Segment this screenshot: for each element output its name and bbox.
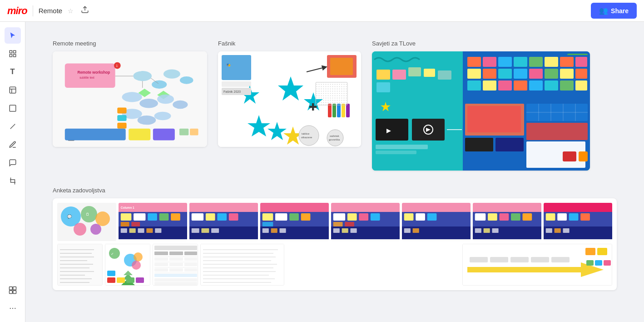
svg-rect-153	[121, 228, 127, 233]
tool-sticky[interactable]	[5, 82, 21, 98]
thumb-fasnik: 🎭	[218, 51, 361, 147]
svg-rect-148	[159, 213, 169, 221]
board-fasnik[interactable]: 🎭	[218, 51, 361, 147]
miro-logo: miro	[7, 5, 27, 17]
svg-rect-209	[511, 213, 520, 221]
svg-rect-151	[131, 222, 140, 226]
svg-rect-247	[107, 277, 115, 283]
tool-shape[interactable]	[5, 100, 21, 116]
svg-rect-254	[169, 252, 183, 255]
svg-text:Fašnik 2020: Fašnik 2020	[223, 90, 241, 93]
svg-rect-150	[121, 222, 129, 226]
tool-more[interactable]	[5, 300, 21, 317]
svg-rect-188	[333, 222, 343, 226]
board-anketa[interactable]: 💬 🗒 Column 1	[53, 198, 617, 290]
share-button[interactable]: 👥 Share	[591, 3, 637, 19]
svg-rect-9	[13, 287, 16, 290]
svg-rect-39	[117, 123, 126, 129]
tool-cursor[interactable]	[5, 27, 21, 44]
svg-rect-145	[121, 213, 132, 221]
svg-rect-195	[402, 203, 471, 212]
svg-point-33	[173, 101, 188, 109]
svg-rect-185	[347, 213, 357, 221]
svg-rect-76	[316, 82, 347, 105]
svg-rect-131	[495, 138, 524, 151]
tool-comment[interactable]	[5, 155, 21, 171]
svg-rect-191	[333, 228, 340, 233]
svg-rect-220	[569, 213, 579, 221]
svg-rect-287	[586, 260, 594, 266]
svg-rect-5	[10, 87, 16, 93]
svg-rect-252	[154, 246, 197, 250]
svg-rect-161	[192, 213, 203, 221]
svg-rect-263	[184, 263, 197, 266]
tool-apps[interactable]	[5, 282, 21, 298]
svg-rect-219	[557, 213, 567, 221]
svg-rect-213	[484, 228, 490, 233]
svg-point-14	[15, 308, 15, 309]
svg-rect-57	[330, 58, 353, 75]
svg-rect-147	[148, 213, 157, 221]
anketa-col-1: Column 1	[119, 203, 187, 241]
svg-rect-211	[473, 226, 541, 239]
svg-rect-8	[9, 287, 12, 290]
svg-rect-128	[526, 123, 588, 140]
tool-frames[interactable]	[5, 45, 21, 62]
tool-crop[interactable]	[5, 173, 21, 189]
svg-point-35	[138, 116, 156, 125]
svg-rect-168	[211, 228, 219, 233]
svg-text:🗒: 🗒	[86, 212, 89, 216]
svg-rect-222	[544, 226, 612, 239]
svg-rect-133	[579, 151, 588, 161]
svg-point-68	[299, 126, 319, 146]
section-label-fasnik: Fašnik	[218, 40, 361, 47]
export-icon[interactable]	[81, 5, 89, 16]
favorite-icon[interactable]: ☆	[68, 7, 74, 15]
svg-rect-44	[153, 129, 175, 141]
svg-text:Column 1: Column 1	[121, 206, 134, 209]
svg-text:sažetak: sažetak	[330, 135, 340, 137]
svg-rect-42	[65, 129, 126, 141]
svg-rect-206	[475, 213, 486, 221]
svg-rect-208	[500, 213, 509, 221]
svg-rect-173	[275, 213, 287, 221]
svg-rect-167	[201, 228, 209, 233]
svg-rect-50	[222, 81, 251, 87]
board-remote-meeting[interactable]: Remote workshop subtitle text 1	[53, 51, 207, 147]
svg-point-32	[157, 95, 174, 104]
svg-rect-1	[10, 50, 12, 53]
anketa-bubble-card: 💬 🗒	[57, 203, 116, 241]
svg-point-138	[90, 224, 101, 235]
svg-rect-267	[184, 268, 197, 272]
tool-text[interactable]: T	[5, 64, 21, 80]
svg-text:🎭: 🎭	[226, 62, 231, 67]
svg-point-31	[139, 99, 158, 108]
svg-rect-286	[597, 248, 607, 255]
share-label: Share	[611, 7, 629, 15]
svg-rect-176	[263, 222, 273, 226]
svg-rect-163	[217, 213, 227, 221]
svg-rect-119	[575, 80, 587, 91]
svg-rect-11	[13, 291, 16, 294]
board-savjeti[interactable]	[372, 51, 590, 171]
tool-line[interactable]	[5, 118, 21, 135]
text-tool-icon: T	[10, 67, 15, 76]
svg-rect-107	[514, 69, 527, 79]
tool-pen[interactable]	[5, 136, 21, 153]
svg-rect-224	[555, 228, 561, 233]
svg-rect-249	[126, 277, 134, 283]
svg-text:subtitle text: subtitle text	[79, 76, 94, 79]
people-icon: 👥	[599, 6, 608, 15]
svg-rect-178	[263, 228, 269, 233]
svg-rect-197	[404, 213, 414, 221]
svg-rect-105	[483, 69, 496, 79]
svg-rect-114	[498, 80, 512, 91]
svg-rect-64	[337, 104, 341, 117]
svg-rect-226	[58, 244, 103, 286]
section-label-savjeti: Savjeti za TLove	[372, 40, 590, 47]
svg-rect-117	[545, 80, 558, 91]
svg-rect-192	[342, 228, 348, 233]
svg-rect-97	[483, 57, 496, 67]
svg-text:💬: 💬	[67, 214, 72, 219]
svg-rect-214	[492, 228, 498, 233]
